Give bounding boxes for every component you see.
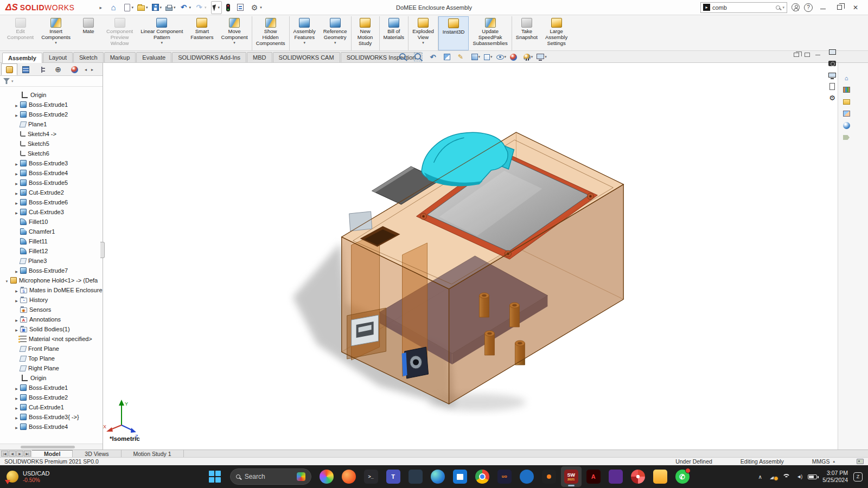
app-dark-icon[interactable] (539, 466, 559, 487)
expander-icon[interactable] (13, 179, 20, 186)
home-icon[interactable]: ⌂ ▾ (107, 1, 123, 14)
view-orientation-icon[interactable]: ▾ (470, 52, 482, 62)
onedrive-icon[interactable]: ☁ (769, 470, 777, 483)
tree-item[interactable]: Right Plane (0, 363, 103, 373)
display-style-icon[interactable]: ▾ (483, 52, 494, 62)
panel-scroll-right[interactable]: ▸ (89, 63, 95, 75)
first-tab-button[interactable]: |◀ (1, 451, 8, 457)
prev-tab-button[interactable]: ◀ (9, 451, 16, 457)
appearances-icon[interactable] (843, 121, 851, 130)
expander-icon[interactable] (13, 404, 20, 410)
tray-expand-icon[interactable]: ∧ (756, 470, 764, 483)
custom-properties-icon[interactable] (843, 133, 851, 142)
expander-icon[interactable] (13, 414, 20, 420)
tree-item[interactable]: Cut-Extrude3 (0, 207, 103, 217)
volume-icon[interactable]: ◄) (795, 470, 803, 483)
panel-splitter-grip[interactable] (100, 242, 105, 258)
close-button[interactable]: ✕ (850, 2, 861, 13)
usb-port[interactable] (347, 308, 386, 359)
zoom-fit-icon[interactable]: ▾ (398, 52, 411, 62)
tree-item[interactable]: Material <not specified> (0, 334, 103, 344)
expander-icon[interactable] (13, 209, 20, 215)
tab-cam[interactable]: SOLIDWORKS CAM (273, 52, 340, 62)
pin-view-icon[interactable] (827, 48, 837, 56)
mate-button[interactable]: Mate ▾ (74, 16, 103, 50)
tree-item[interactable]: Sensors (0, 305, 103, 314)
solidworks-taskbar-icon[interactable]: SW2021 (561, 466, 582, 487)
large-assembly-settings-button[interactable]: Large Assembly Settings ▾ (541, 16, 571, 50)
reference-geometry-button[interactable]: Reference Geometry ▾ (320, 16, 352, 50)
tree-item[interactable]: Boss-Extrude1 (0, 100, 103, 110)
tree-item[interactable]: Boss-Extrude2 (0, 393, 103, 402)
tree-item[interactable]: Sketch6 (0, 149, 103, 158)
gear-icon[interactable]: ⚙ (827, 93, 837, 102)
tab-assembly[interactable]: Assembly (2, 53, 42, 63)
redo-icon[interactable]: ↷ ▾ (193, 1, 208, 14)
tab-mbd[interactable]: MBD (247, 52, 272, 62)
move-component-button[interactable]: Move Component ▾ (218, 16, 252, 50)
configurationmanager-tab[interactable] (34, 63, 50, 75)
expander-icon[interactable] (13, 423, 20, 430)
tree-item[interactable]: Origin (0, 90, 103, 100)
assembly-features-button[interactable]: Assembly Features ▾ (290, 16, 320, 50)
smart-fasteners-button[interactable]: Smart Fasteners ▾ (187, 16, 217, 50)
minimize-button[interactable] (817, 2, 829, 13)
menu-expander-icon[interactable]: ▸ (99, 5, 102, 10)
3d-views-tab[interactable]: 3D Views (73, 450, 121, 457)
linear-component-pattern-button[interactable]: Linear Component Pattern ▾ (137, 16, 187, 50)
tab-evaluate[interactable]: Evaluate (136, 52, 171, 62)
page-icon[interactable] (827, 82, 837, 91)
options-gear-icon[interactable]: ⚙ ▾ (248, 1, 264, 14)
expander-icon[interactable] (13, 160, 20, 166)
motion-study-tab[interactable]: Motion Study 1 (122, 450, 184, 457)
tree-item[interactable]: Boss-Extrude3{ ->} (0, 412, 103, 422)
taskbar-widget[interactable]: USD/CAD -0.50% (0, 470, 141, 483)
select-tool-icon[interactable]: ▾ (211, 1, 222, 14)
tree-item[interactable]: Boss-Extrude4 (0, 422, 103, 432)
insert-components-button[interactable]: Insert Components ▾ (37, 16, 74, 50)
bill-of-materials-button[interactable]: Bill of Materials ▾ (380, 16, 409, 50)
panel-scroll-left[interactable]: ◂ (82, 63, 89, 75)
open-icon[interactable]: ▾ (136, 1, 150, 14)
expander-icon[interactable] (13, 326, 20, 332)
update-speedpak-button[interactable]: Update SpeedPak Subassemblies ▾ (469, 16, 512, 50)
tree-item[interactable]: Boss-Extrude6 (0, 197, 103, 207)
tree-item[interactable]: Microphone Hold<1> -> (Defa (0, 275, 103, 285)
tree-horizontal-scrollbar[interactable] (0, 444, 103, 450)
expander-icon[interactable] (13, 189, 20, 196)
task-list-icon[interactable]: ▾ (235, 1, 248, 14)
taskbar-search[interactable]: Search (230, 468, 311, 485)
filter-dropdown-icon[interactable]: ▾ (11, 79, 14, 84)
tree-item[interactable]: Fillet11 (0, 236, 103, 246)
copilot-icon[interactable] (316, 466, 337, 487)
tab-sketch[interactable]: Sketch (73, 52, 104, 62)
previous-view-icon[interactable]: ↶ ▾ (427, 52, 441, 62)
tree-item[interactable]: Cut-Extrude1 (0, 402, 103, 412)
last-tab-button[interactable]: ▶| (24, 451, 31, 457)
tree-item[interactable]: Mates in DoMEE Enclosure (0, 285, 103, 295)
tab-addins[interactable]: SOLIDWORKS Add-Ins (172, 52, 246, 62)
filter-icon[interactable] (3, 78, 10, 84)
tree-item[interactable]: Boss-Extrude5 (0, 178, 103, 188)
expander-icon[interactable] (13, 111, 20, 118)
displaymanager-tab[interactable] (66, 63, 82, 75)
new-motion-study-button[interactable]: New Motion Study ▾ (352, 16, 380, 50)
tree-item[interactable]: Boss-Extrude4 (0, 168, 103, 178)
tree-item[interactable]: Boss-Extrude3 (0, 158, 103, 168)
3d-model-canvas[interactable]: Y X Z (103, 63, 838, 450)
command-search-input[interactable]: ▸ comb ▾ (700, 2, 787, 13)
next-tab-button[interactable]: ▶ (16, 451, 23, 457)
uipath-icon[interactable]: uo (494, 466, 515, 487)
search-icon[interactable] (776, 5, 780, 10)
tree-item[interactable]: Sketch5 (0, 139, 103, 149)
tree-item[interactable]: Sketch4 -> (0, 129, 103, 139)
expander-icon[interactable] (13, 297, 20, 303)
tree-item[interactable]: History (0, 295, 103, 305)
tree-item[interactable]: Boss-Extrude1 (0, 383, 103, 393)
status-light-icon[interactable]: ▾ (225, 1, 235, 14)
zoom-area-icon[interactable]: ▾ (413, 52, 426, 62)
hide-show-items-icon[interactable]: ▾ (495, 52, 508, 62)
expander-icon[interactable] (13, 267, 20, 274)
mail-icon[interactable] (405, 466, 426, 487)
chrome-icon[interactable] (472, 466, 493, 487)
